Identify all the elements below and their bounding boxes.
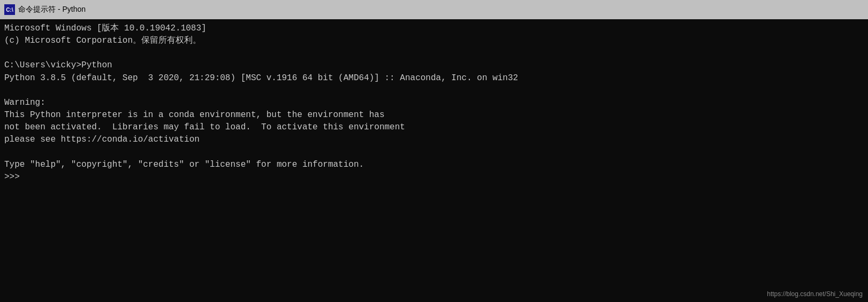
window-title: 命令提示符 - Python <box>18 5 86 14</box>
watermark: https://blog.csdn.net/Shi_Xueqing <box>767 290 863 298</box>
window-icon: C:\ <box>4 4 15 15</box>
terminal-line: not been activated. Libraries may fail t… <box>4 121 864 134</box>
terminal-line <box>4 146 864 159</box>
terminal-line: Python 3.8.5 (default, Sep 3 2020, 21:29… <box>4 72 864 84</box>
terminal-output: Microsoft Windows [版本 10.0.19042.1083](c… <box>4 22 864 183</box>
terminal-line <box>4 84 864 97</box>
terminal-line: please see https://conda.io/activation <box>4 134 864 146</box>
terminal-line: (c) Microsoft Corporation。保留所有权利。 <box>4 35 864 47</box>
terminal-line: Microsoft Windows [版本 10.0.19042.1083] <box>4 22 864 35</box>
terminal-line: >>> <box>4 171 864 183</box>
title-bar: C:\ 命令提示符 - Python <box>0 0 868 19</box>
terminal-line: This Python interpreter is in a conda en… <box>4 109 864 121</box>
terminal-line <box>4 47 864 59</box>
terminal-body: Microsoft Windows [版本 10.0.19042.1083](c… <box>0 19 868 302</box>
terminal-line: Type "help", "copyright", "credits" or "… <box>4 159 864 171</box>
terminal-line: Warning: <box>4 97 864 109</box>
terminal-line: C:\Users\vicky>Python <box>4 59 864 72</box>
